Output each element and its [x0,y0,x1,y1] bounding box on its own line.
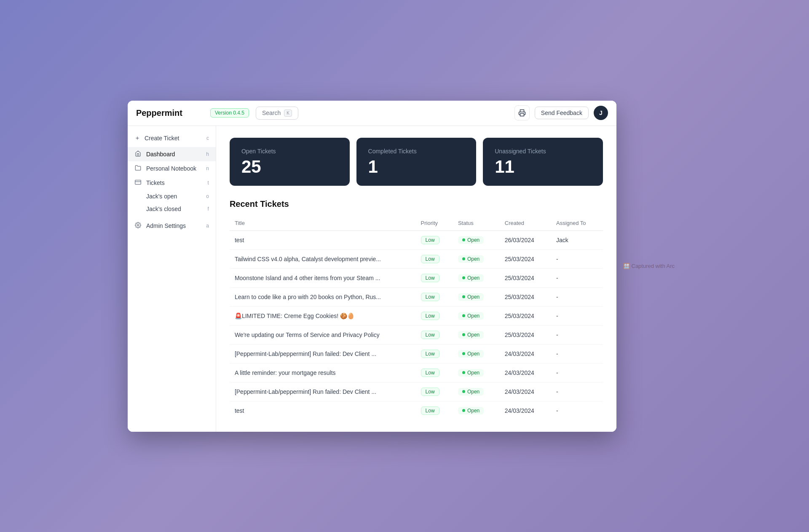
create-ticket-item[interactable]: ＋ Create Ticket c [128,131,216,145]
sidebar-item-admin-settings[interactable]: Admin Settings a [128,219,216,233]
sidebar-item-dashboard[interactable]: Dashboard h [128,147,216,161]
stat-card-unassigned[interactable]: Unassigned Tickets 11 [483,138,603,186]
ticket-priority: Low [416,325,453,344]
app-window: Peppermint Version 0.4.5 Search K Send F… [128,101,616,432]
table-body: test Low Open 26/03/2024 Jack Tailwind C… [230,230,603,420]
ticket-assigned: Jack [551,230,603,249]
sidebar-jacks-open[interactable]: Jack's open o [128,190,216,203]
ticket-title: test [230,230,416,249]
priority-badge: Low [421,236,439,244]
sidebar-notebook-label: Personal Notebook [146,165,196,172]
col-title: Title [230,216,416,231]
table-header: Title Priority Status Created Assigned T… [230,216,603,231]
table-row[interactable]: We're updating our Terms of Service and … [230,325,603,344]
plus-icon: ＋ [134,134,140,142]
ticket-title: Learn to code like a pro with 20 books o… [230,287,416,306]
ticket-title: [Peppermint-Lab/peppermint] Run failed: … [230,382,416,401]
ticket-assigned: - [551,249,603,268]
ticket-assigned: - [551,306,603,325]
ticket-created: 24/03/2024 [500,363,551,382]
footer-bar: 🪟 Captured with Arc [616,256,681,276]
ticket-title: test [230,401,416,420]
jacks-open-label: Jack's open [146,193,177,200]
status-dot [462,409,465,412]
app-logo: Peppermint [136,108,204,118]
status-dot [462,352,465,355]
ticket-title: [Peppermint-Lab/peppermint] Run failed: … [230,344,416,363]
ticket-status: Open [453,401,500,420]
admin-settings-label: Admin Settings [146,222,186,229]
status-dot [462,371,465,374]
sidebar-notebook-shortcut: n [206,166,209,171]
ticket-priority: Low [416,401,453,420]
search-button[interactable]: Search K [256,107,298,120]
ticket-priority: Low [416,268,453,287]
priority-badge: Low [421,255,439,263]
priority-badge: Low [421,369,439,377]
table-row[interactable]: 🚨LIMITED TIME: Creme Egg Cookies! 🍪🥚 Low… [230,306,603,325]
sidebar-dashboard-shortcut: h [206,151,209,157]
ticket-created: 25/03/2024 [500,306,551,325]
ticket-title: Tailwind CSS v4.0 alpha, Catalyst develo… [230,249,416,268]
table-row[interactable]: Moonstone Island and 4 other items from … [230,268,603,287]
ticket-created: 24/03/2024 [500,382,551,401]
ticket-status: Open [453,344,500,363]
ticket-title: Moonstone Island and 4 other items from … [230,268,416,287]
stat-open-value: 25 [241,158,338,176]
jacks-closed-label: Jack's closed [146,206,181,212]
ticket-created: 25/03/2024 [500,287,551,306]
table-row[interactable]: test Low Open 24/03/2024 - [230,401,603,420]
table-row[interactable]: A little reminder: your mortgage results… [230,363,603,382]
status-dot [462,257,465,260]
printer-icon[interactable] [514,105,530,120]
ticket-assigned: - [551,287,603,306]
ticket-priority: Low [416,344,453,363]
avatar[interactable]: J [594,106,608,120]
status-badge: Open [458,274,484,282]
ticket-assigned: - [551,344,603,363]
ticket-priority: Low [416,230,453,249]
ticket-title: A little reminder: your mortgage results [230,363,416,382]
stat-card-open[interactable]: Open Tickets 25 [230,138,350,186]
status-badge: Open [458,331,484,339]
tickets-table: Title Priority Status Created Assigned T… [230,216,603,420]
col-created: Created [500,216,551,231]
ticket-assigned: - [551,401,603,420]
send-feedback-button[interactable]: Send Feedback [535,107,589,119]
stat-unassigned-label: Unassigned Tickets [495,148,591,155]
ticket-created: 26/03/2024 [500,230,551,249]
stat-card-completed[interactable]: Completed Tickets 1 [356,138,477,186]
create-ticket-shortcut: c [206,135,209,141]
table-row[interactable]: test Low Open 26/03/2024 Jack [230,230,603,249]
status-badge: Open [458,388,484,396]
sidebar-jacks-closed[interactable]: Jack's closed f [128,203,216,215]
sidebar: ＋ Create Ticket c Dashboard h Personal N… [128,126,216,432]
header: Peppermint Version 0.4.5 Search K Send F… [128,101,616,126]
sidebar-tickets-shortcut: t [208,180,209,186]
ticket-created: 25/03/2024 [500,249,551,268]
ticket-assigned: - [551,268,603,287]
svg-point-3 [137,224,139,226]
status-badge: Open [458,407,484,414]
stat-completed-value: 1 [368,158,465,176]
stats-row: Open Tickets 25 Completed Tickets 1 Unas… [230,138,603,186]
sidebar-item-tickets[interactable]: Tickets t [128,176,216,190]
svg-rect-0 [520,114,524,116]
sidebar-item-notebook[interactable]: Personal Notebook n [128,161,216,176]
table-row[interactable]: Tailwind CSS v4.0 alpha, Catalyst develo… [230,249,603,268]
stat-open-label: Open Tickets [241,148,338,155]
ticket-status: Open [453,249,500,268]
table-row[interactable]: [Peppermint-Lab/peppermint] Run failed: … [230,344,603,363]
status-dot [462,314,465,317]
ticket-status: Open [453,325,500,344]
home-icon [134,150,142,158]
status-dot [462,390,465,393]
create-ticket-label: Create Ticket [145,135,179,142]
ticket-assigned: - [551,363,603,382]
table-row[interactable]: [Peppermint-Lab/peppermint] Run failed: … [230,382,603,401]
admin-settings-shortcut: a [206,223,209,229]
status-badge: Open [458,236,484,244]
sidebar-dashboard-label: Dashboard [146,151,175,158]
search-label: Search [262,110,281,116]
table-row[interactable]: Learn to code like a pro with 20 books o… [230,287,603,306]
